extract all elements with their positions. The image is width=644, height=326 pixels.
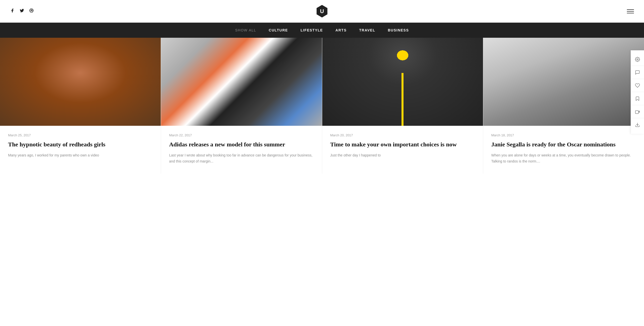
article-card-2: March 22, 2017 Adidas releases a new mod… (161, 38, 322, 174)
nav-travel[interactable]: TRAVEL (359, 28, 375, 32)
svg-rect-2 (635, 110, 639, 113)
article-excerpt-3: Just the other day I happened to (330, 152, 475, 158)
article-card-3: March 20, 2017 Time to make your own imp… (322, 38, 483, 174)
article-content-1: March 25, 2017 The hypnotic beauty of re… (0, 126, 161, 168)
article-image-4 (483, 38, 644, 126)
nav-culture[interactable]: CULTURE (269, 28, 288, 32)
article-content-4: March 18, 2017 Janie Segalla is ready fo… (483, 126, 644, 174)
video-icon (635, 109, 640, 114)
nav-show-all[interactable]: SHOW ALL (235, 28, 256, 32)
likes-button[interactable] (631, 79, 644, 92)
heart-icon (635, 83, 640, 88)
twitter-icon[interactable] (20, 8, 24, 14)
social-links (10, 8, 34, 14)
article-date-3: March 20, 2017 (330, 133, 475, 137)
bookmark-button[interactable] (631, 92, 644, 105)
download-icon (635, 122, 640, 127)
article-title-4[interactable]: Janie Segalla is ready for the Oscar nom… (491, 141, 636, 148)
article-date-2: March 22, 2017 (169, 133, 314, 137)
facebook-icon[interactable] (10, 8, 15, 14)
settings-button[interactable] (631, 53, 644, 66)
article-image-1 (0, 38, 161, 126)
article-title-1[interactable]: The hypnotic beauty of redheads girls (8, 141, 153, 148)
article-date-1: March 25, 2017 (8, 133, 153, 137)
articles-grid: March 25, 2017 The hypnotic beauty of re… (0, 38, 644, 174)
article-image-3 (322, 38, 483, 126)
logo[interactable]: U (316, 5, 328, 18)
dribbble-icon[interactable] (29, 8, 34, 14)
nav-lifestyle[interactable]: LIFESTYLE (301, 28, 323, 32)
gear-icon (635, 57, 640, 62)
article-excerpt-4: When you are alone for days or weeks at … (491, 152, 636, 165)
article-content-2: March 22, 2017 Adidas releases a new mod… (161, 126, 322, 174)
comment-icon (635, 70, 640, 75)
article-content-3: March 20, 2017 Time to make your own imp… (322, 126, 483, 168)
article-card-1: March 25, 2017 The hypnotic beauty of re… (0, 38, 161, 174)
bookmark-icon (635, 96, 640, 101)
article-title-2[interactable]: Adidas releases a new model for this sum… (169, 141, 314, 148)
article-date-4: March 18, 2017 (491, 133, 636, 137)
right-sidebar (631, 50, 644, 134)
header: U (0, 0, 644, 23)
article-excerpt-2: Last year I wrote about why booking too … (169, 152, 314, 165)
article-excerpt-1: Many years ago, I worked for my parents … (8, 152, 153, 158)
video-button[interactable] (631, 105, 644, 118)
comments-button[interactable] (631, 66, 644, 79)
article-card-4: March 18, 2017 Janie Segalla is ready fo… (483, 38, 644, 174)
nav-business[interactable]: BUSINESS (388, 28, 409, 32)
article-title-3[interactable]: Time to make your own important choices … (330, 141, 475, 148)
logo-hexagon: U (316, 5, 328, 18)
article-image-2 (161, 38, 322, 126)
download-button[interactable] (631, 118, 644, 131)
hamburger-menu[interactable] (627, 9, 634, 13)
nav-arts[interactable]: ARTS (336, 28, 347, 32)
svg-point-1 (637, 59, 638, 60)
category-nav: SHOW ALL CULTURE LIFESTYLE ARTS TRAVEL B… (0, 23, 644, 38)
